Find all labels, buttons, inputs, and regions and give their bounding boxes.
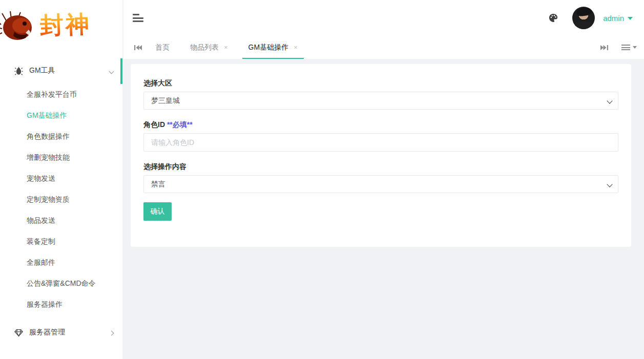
tab-close-icon[interactable]: × bbox=[224, 44, 228, 51]
sidebar-item-role-data-ops[interactable]: 角色数据操作 bbox=[0, 126, 122, 147]
sidebar-item-pet-skills[interactable]: 增删宠物技能 bbox=[0, 147, 122, 168]
tab-label: 首页 bbox=[155, 43, 170, 52]
tabs-scroll-left-icon[interactable] bbox=[131, 36, 145, 59]
sidebar-item-platform-coin[interactable]: 全服补发平台币 bbox=[0, 84, 122, 105]
sidebar-item-pet-aptitude[interactable]: 定制宠物资质 bbox=[0, 189, 122, 210]
username: admin bbox=[603, 14, 624, 23]
chevron-right-icon bbox=[110, 328, 113, 336]
tab-label: GM基础操作 bbox=[248, 43, 289, 52]
confirm-button[interactable]: 确认 bbox=[143, 202, 172, 221]
sidebar-group-gm-tools[interactable]: GM工具 bbox=[0, 57, 122, 84]
tabs-scroll-right-icon[interactable] bbox=[600, 45, 608, 51]
user-menu[interactable]: admin bbox=[603, 14, 633, 23]
tab-options-menu-icon[interactable] bbox=[621, 45, 637, 50]
theme-palette-icon[interactable] bbox=[549, 13, 558, 23]
gem-icon bbox=[14, 328, 23, 337]
sidebar-group-label: 服务器管理 bbox=[29, 328, 65, 337]
sidebar-group-server-mgmt[interactable]: 服务器管理 bbox=[0, 319, 122, 346]
required-note: **必填** bbox=[167, 120, 193, 129]
sidebar-submenu-gm-tools: 全服补发平台币 GM基础操作 角色数据操作 增删宠物技能 宠物发送 定制宠物资质… bbox=[0, 84, 122, 315]
user-avatar[interactable] bbox=[572, 7, 595, 29]
sidebar-item-pet-send[interactable]: 宠物发送 bbox=[0, 168, 122, 189]
region-select[interactable]: 梦三皇城 bbox=[143, 92, 618, 110]
operation-select-value: 禁言 bbox=[151, 180, 165, 189]
top-header: admin bbox=[123, 0, 644, 36]
sidebar-item-server-ops[interactable]: 服务器操作 bbox=[0, 294, 122, 315]
chevron-down-icon bbox=[607, 98, 612, 103]
role-id-input[interactable] bbox=[143, 133, 618, 152]
sidebar-toggle-icon[interactable] bbox=[133, 14, 144, 22]
chevron-down-icon bbox=[110, 67, 113, 75]
sidebar-group-label: GM工具 bbox=[29, 66, 55, 75]
sidebar-item-item-send[interactable]: 物品发送 bbox=[0, 210, 122, 231]
main-area: admin 首页 物品列表 × GM基础操作 × bbox=[123, 0, 644, 359]
region-select-label: 选择大区 bbox=[143, 79, 618, 87]
tab-strip: 首页 物品列表 × GM基础操作 × bbox=[123, 36, 644, 59]
region-select-value: 梦三皇城 bbox=[151, 96, 180, 105]
sidebar-group-platform-settings[interactable]: 平台设置 bbox=[0, 350, 122, 359]
chevron-down-icon bbox=[607, 181, 612, 187]
tab-label: 物品列表 bbox=[190, 43, 219, 52]
tab-gm-basic-ops[interactable]: GM基础操作 × bbox=[238, 36, 308, 59]
sidebar-item-equip-custom[interactable]: 装备定制 bbox=[0, 231, 122, 252]
tab-close-icon[interactable]: × bbox=[294, 44, 298, 51]
bug-icon bbox=[14, 67, 23, 75]
page-content: 选择大区 梦三皇城 角色ID **必填** 选择操作内容 禁言 确认 bbox=[123, 59, 644, 359]
gm-basic-ops-form-card: 选择大区 梦三皇城 角色ID **必填** 选择操作内容 禁言 确认 bbox=[131, 64, 631, 247]
operation-select-label: 选择操作内容 bbox=[143, 163, 618, 171]
app-logo: 封神 bbox=[0, 0, 122, 57]
caret-down-icon bbox=[628, 17, 633, 20]
tab-home[interactable]: 首页 bbox=[145, 36, 180, 59]
sidebar-item-gm-basic-ops[interactable]: GM基础操作 bbox=[0, 105, 122, 126]
lion-head-logo-icon bbox=[0, 9, 42, 45]
role-id-label: 角色ID **必填** bbox=[143, 121, 618, 129]
game-title: 封神 bbox=[39, 8, 92, 41]
operation-select[interactable]: 禁言 bbox=[143, 175, 618, 193]
tab-item-list[interactable]: 物品列表 × bbox=[180, 36, 238, 59]
sidebar: 封神 GM工具 全服补发平台币 GM基础操作 角色数据操作 增删宠物技能 宠物发… bbox=[0, 0, 123, 359]
sidebar-item-announce-cmd[interactable]: 公告&弹窗&CMD命令 bbox=[0, 273, 122, 294]
sidebar-item-server-mail[interactable]: 全服邮件 bbox=[0, 252, 122, 273]
